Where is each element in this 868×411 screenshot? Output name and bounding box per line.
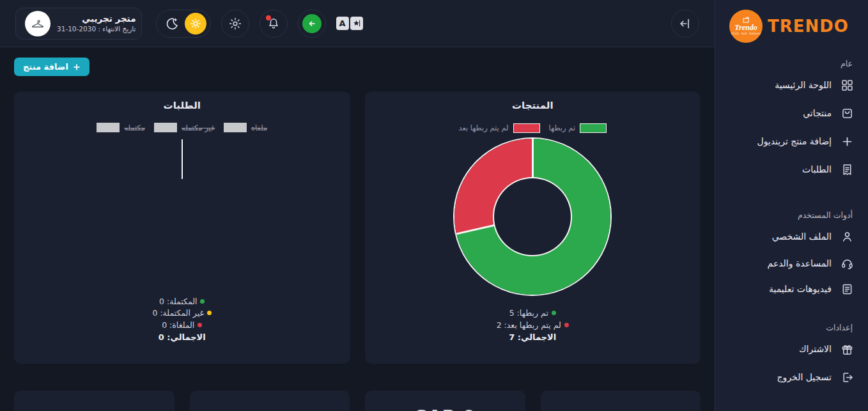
- orders-receipt-icon: [840, 162, 854, 176]
- legend-label-completed: مكتمله: [124, 123, 145, 132]
- legend-swatch-completed: [97, 123, 120, 132]
- sar-total-value: SAR 0: [415, 407, 476, 411]
- stat-linked: تم ربطها: 5: [497, 307, 569, 320]
- sidebar: Trendo Click. Sell. Deliver TRENDO عام ا…: [715, 0, 868, 411]
- settings-button[interactable]: [221, 10, 249, 38]
- orders-chart-card: الطلبات مكتمله غير مكتمله ملغاه: [14, 91, 350, 364]
- sun-icon[interactable]: [185, 13, 206, 35]
- green-dot-icon: [552, 311, 556, 315]
- products-donut: [454, 139, 610, 295]
- legend-swatch-cancelled: [224, 123, 247, 132]
- legend-item-not-linked[interactable]: لم يتم ربطها بعد: [458, 123, 539, 133]
- sidebar-collapse-button[interactable]: [671, 10, 699, 38]
- sidebar-item-subscription[interactable]: الاشتراك: [723, 335, 855, 363]
- headset-icon: [840, 256, 854, 270]
- store-name: متجر تجريبي: [57, 13, 136, 24]
- products-bag-icon: [840, 106, 854, 120]
- products-legend: تم ربطها لم يتم ربطها بعد: [458, 122, 607, 134]
- store-expiry-date: تاريخ الانتهاء : 2030-10-31: [57, 25, 136, 33]
- legend-label-linked: تم ربطها: [549, 123, 576, 132]
- gift-icon: [840, 342, 854, 356]
- sidebar-item-orders[interactable]: الطلبات: [723, 155, 855, 183]
- translate-a-icon: A: [336, 17, 349, 30]
- sidebar-item-profile[interactable]: الملف الشخصي: [723, 222, 855, 251]
- section-settings: إعدادات: [723, 323, 853, 332]
- translate-star-icon: [350, 17, 363, 30]
- gear-icon: [228, 17, 242, 31]
- orders-stats: المكتملة: 0 غير المكتملة: 0 الملغاة: 0 ا…: [152, 296, 212, 364]
- green-dot-icon: [200, 299, 205, 304]
- add-product-button[interactable]: اضافة منتج: [14, 58, 89, 76]
- legend-swatch-linked: [580, 123, 607, 133]
- store-info-pill[interactable]: متجر تجريبي تاريخ الانتهاء : 2030-10-31: [15, 8, 142, 40]
- sidebar-item-support[interactable]: المساعدة والدعم: [723, 251, 855, 276]
- legend-swatch-not-linked: [513, 123, 540, 133]
- stat-cancelled: الملغاة: 0: [152, 320, 212, 332]
- translate-button[interactable]: A: [336, 17, 363, 30]
- plus-icon: [73, 63, 81, 71]
- theme-toggle[interactable]: [156, 10, 211, 38]
- orders-donut-chart: [103, 139, 261, 296]
- brand-logo[interactable]: Trendo Click. Sell. Deliver TRENDO: [723, 6, 855, 46]
- legend-swatch-incomplete: [154, 123, 177, 132]
- video-doc-icon: [840, 282, 854, 296]
- stat-card-4: [541, 391, 701, 411]
- legend-item-cancelled[interactable]: ملغاه: [224, 123, 267, 132]
- store-logo: [25, 11, 50, 36]
- orders-empty-chart-line: [182, 139, 183, 179]
- section-user-tools: أدوات المستخدم: [723, 210, 853, 220]
- sidebar-item-tutorial-videos[interactable]: فيديوهات تعليمية: [723, 276, 855, 302]
- stat-card-1: [14, 391, 174, 411]
- products-stats: تم ربطها: 5 لم يتم ربطها بعد: 2 الاجمالي…: [497, 307, 569, 364]
- trendo-badge-icon: Trendo Click. Sell. Deliver: [729, 10, 763, 43]
- legend-item-linked[interactable]: تم ربطها: [549, 123, 607, 133]
- hanger-icon: [30, 16, 45, 31]
- products-total: الاجمالي: 7: [497, 331, 569, 343]
- collapse-arrow-icon: [678, 17, 692, 31]
- orders-card-title: الطلبات: [164, 100, 201, 111]
- section-general: عام: [723, 59, 853, 68]
- notifications-button[interactable]: [260, 10, 288, 38]
- notification-badge: [266, 15, 271, 20]
- legend-item-completed[interactable]: مكتمله: [97, 123, 145, 132]
- sidebar-item-logout[interactable]: تسجيل الخروج: [723, 363, 855, 391]
- profile-person-icon: [840, 229, 854, 244]
- top-header: متجر تجريبي تاريخ الانتهاء : 2030-10-31: [0, 0, 715, 47]
- products-donut-chart: [453, 139, 612, 297]
- orders-legend: مكتمله غير مكتمله ملغاه: [97, 122, 267, 134]
- trendo-wordmark: TRENDO: [768, 17, 849, 36]
- stat-card-2: [190, 391, 350, 411]
- products-donut-hole: [494, 178, 571, 255]
- products-chart-card: المنتجات تم ربطها لم يتم ربطها بعد: [365, 91, 701, 364]
- orders-total: الاجمالي: 0: [152, 331, 212, 343]
- moon-icon[interactable]: [164, 16, 180, 31]
- legend-label-incomplete: غير مكتمله: [182, 123, 215, 132]
- red-dot-icon: [564, 323, 569, 327]
- app-content-region: متجر تجريبي تاريخ الانتهاء : 2030-10-31: [0, 0, 715, 411]
- sidebar-item-my-products[interactable]: منتجاتي: [723, 99, 855, 127]
- plus-icon: [840, 134, 854, 148]
- bottom-stats-row: SAR 0: [14, 391, 701, 411]
- stat-not-linked: لم يتم ربطها بعد: 2: [497, 320, 569, 332]
- legend-item-incomplete[interactable]: غير مكتمله: [154, 123, 215, 132]
- logout-icon: [840, 370, 854, 384]
- yellow-dot-icon: [207, 311, 212, 315]
- products-card-title: المنتجات: [512, 100, 554, 111]
- dashboard-icon: [840, 78, 854, 92]
- main-content: اضافة منتج المنتجات تم ربطها لم يتم ربطه…: [0, 47, 715, 411]
- sidebar-item-add-trendyol-product[interactable]: إضافة منتج ترينديول: [723, 127, 855, 155]
- stat-card-revenue: SAR 0: [365, 391, 525, 411]
- red-dot-icon: [198, 323, 202, 327]
- legend-label-not-linked: لم يتم ربطها بعد: [458, 123, 508, 132]
- sidebar-item-dashboard[interactable]: اللوحة الرئيسية: [723, 71, 855, 99]
- arrow-left-icon: [302, 14, 322, 33]
- stat-incomplete: غير المكتملة: 0: [152, 307, 212, 320]
- legend-label-cancelled: ملغاه: [251, 123, 267, 132]
- stat-completed: المكتملة: 0: [152, 296, 212, 308]
- back-button[interactable]: [298, 10, 326, 38]
